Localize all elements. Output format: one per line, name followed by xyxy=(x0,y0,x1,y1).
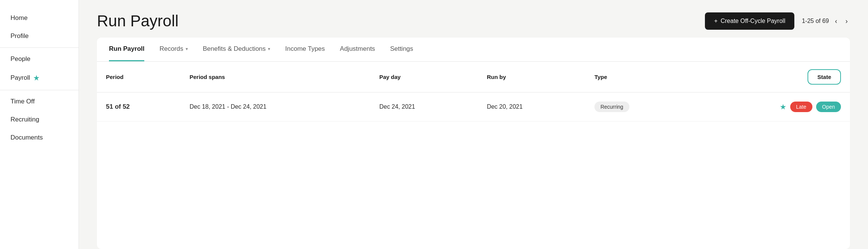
cell-type: Recurring xyxy=(585,93,691,121)
sidebar-item-label: Time Off xyxy=(11,98,35,105)
sidebar-item-label: People xyxy=(11,55,30,63)
table-row: 51 of 52 Dec 18, 2021 - Dec 24, 2021 Dec… xyxy=(97,93,850,121)
sidebar-item-label: Documents xyxy=(11,134,43,141)
state-filter-button[interactable]: State xyxy=(808,69,841,85)
sidebar-item-profile[interactable]: Profile xyxy=(0,27,79,45)
column-header-type: Type xyxy=(585,62,691,93)
cell-period-spans: Dec 18, 2021 - Dec 24, 2021 xyxy=(181,93,370,121)
cell-run-by: Dec 20, 2021 xyxy=(478,93,585,121)
pagination-text: 1-25 of 69 xyxy=(802,18,829,24)
chevron-down-icon: ▾ xyxy=(186,46,188,52)
content-area: Run Payroll Records ▾ Benefits & Deducti… xyxy=(97,38,850,249)
tab-benefits-deductions[interactable]: Benefits & Deductions ▾ xyxy=(203,38,270,61)
page-title: Run Payroll xyxy=(97,12,178,30)
open-badge: Open xyxy=(816,102,841,112)
sidebar-item-label: Profile xyxy=(11,32,29,40)
sidebar-item-label: Recruiting xyxy=(11,116,39,123)
tabs: Run Payroll Records ▾ Benefits & Deducti… xyxy=(97,38,850,62)
page-header: Run Payroll + Create Off-Cycle Payroll 1… xyxy=(79,0,868,38)
sidebar-item-label: Home xyxy=(11,14,27,22)
sidebar-item-recruiting[interactable]: Recruiting xyxy=(0,111,79,129)
payroll-table: Period Period spans Pay day Run by Type xyxy=(97,62,850,121)
sidebar-item-people[interactable]: People xyxy=(0,50,79,68)
cell-period: 51 of 52 xyxy=(97,93,181,121)
chevron-down-icon: ▾ xyxy=(268,46,270,52)
header-right: + Create Off-Cycle Payroll 1-25 of 69 ‹ … xyxy=(705,12,850,30)
tab-label: Settings xyxy=(390,45,413,53)
column-header-pay-day: Pay day xyxy=(370,62,478,93)
column-header-period-spans: Period spans xyxy=(181,62,370,93)
sidebar-item-label: Payroll xyxy=(11,74,30,82)
star-icon: ★ xyxy=(33,73,40,82)
plus-icon: + xyxy=(714,18,717,24)
tab-income-types[interactable]: Income Types xyxy=(285,38,325,61)
tab-adjustments[interactable]: Adjustments xyxy=(340,38,375,61)
chevron-right-icon: › xyxy=(845,17,848,25)
pagination-next-button[interactable]: › xyxy=(843,16,850,27)
tab-label: Income Types xyxy=(285,45,325,53)
late-badge: Late xyxy=(790,102,812,112)
tab-run-payroll[interactable]: Run Payroll xyxy=(109,38,144,61)
sidebar-item-documents[interactable]: Documents xyxy=(0,129,79,147)
main-content: Run Payroll + Create Off-Cycle Payroll 1… xyxy=(79,0,868,249)
tab-label: Run Payroll xyxy=(109,45,144,53)
sidebar-item-time-off[interactable]: Time Off xyxy=(0,93,79,111)
tab-label: Benefits & Deductions xyxy=(203,45,266,53)
payroll-table-container: Period Period spans Pay day Run by Type xyxy=(97,62,850,249)
sidebar-item-payroll[interactable]: Payroll ★ xyxy=(0,68,79,88)
tab-label: Adjustments xyxy=(340,45,375,53)
star-icon[interactable]: ★ xyxy=(780,102,786,111)
pagination: 1-25 of 69 ‹ › xyxy=(802,16,850,27)
cell-pay-day: Dec 24, 2021 xyxy=(370,93,478,121)
column-header-period: Period xyxy=(97,62,181,93)
pagination-prev-button[interactable]: ‹ xyxy=(833,16,839,27)
sidebar-divider-2 xyxy=(0,90,79,90)
sidebar: Home Profile People Payroll ★ Time Off R… xyxy=(0,0,79,249)
chevron-left-icon: ‹ xyxy=(835,17,837,25)
tab-label: Records xyxy=(159,45,183,53)
sidebar-item-home[interactable]: Home xyxy=(0,9,79,27)
column-header-state: State xyxy=(691,62,850,93)
recurring-badge: Recurring xyxy=(594,102,629,112)
sidebar-divider-1 xyxy=(0,47,79,48)
table-header-row: Period Period spans Pay day Run by Type xyxy=(97,62,850,93)
tab-settings[interactable]: Settings xyxy=(390,38,413,61)
cell-state: ★ Late Open xyxy=(691,93,850,121)
create-btn-label: Create Off-Cycle Payroll xyxy=(721,18,785,24)
column-header-run-by: Run by xyxy=(478,62,585,93)
tab-records[interactable]: Records ▾ xyxy=(159,38,188,61)
state-badges: ★ Late Open xyxy=(700,102,841,112)
create-off-cycle-payroll-button[interactable]: + Create Off-Cycle Payroll xyxy=(705,12,794,30)
